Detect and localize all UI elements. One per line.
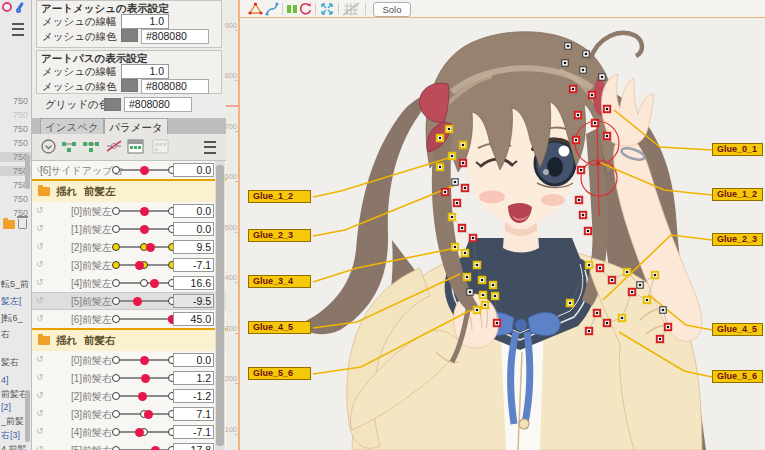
control-point[interactable] <box>490 282 496 288</box>
parameter-slider[interactable] <box>116 210 172 212</box>
model-canvas[interactable]: Glue_1_2Glue_2_3Glue_3_4Glue_4_5Glue_5_6… <box>240 18 765 450</box>
line-color-input[interactable]: #808080 <box>141 29 209 44</box>
glue-icon[interactable] <box>286 3 298 15</box>
control-point[interactable] <box>604 133 610 139</box>
parameter-value[interactable]: 1.2 <box>173 371 214 385</box>
control-point[interactable] <box>494 320 500 326</box>
parameter-value[interactable]: -9.5 <box>173 294 214 308</box>
control-point[interactable] <box>452 179 458 185</box>
control-point[interactable] <box>644 297 650 303</box>
control-point[interactable] <box>562 60 568 66</box>
control-point[interactable] <box>470 235 476 241</box>
glue-label[interactable]: Glue_2_3 <box>248 229 311 242</box>
control-point[interactable] <box>567 300 573 306</box>
glue-label[interactable]: Glue_4_5 <box>712 323 763 336</box>
key-tool-icon[interactable] <box>15 2 26 13</box>
control-point[interactable] <box>609 277 615 283</box>
parameter-row[interactable]: ↺[1]前髪左0.0 <box>32 220 226 238</box>
control-point[interactable] <box>583 51 589 57</box>
parameter-row[interactable]: ↺[0]前髪左0.0 <box>32 202 226 220</box>
parameter-value[interactable]: -1.2 <box>173 389 214 403</box>
parameter-row[interactable]: ↺[0]前髪右0.0 <box>32 351 226 369</box>
parameter-slider[interactable] <box>116 359 172 361</box>
control-point[interactable] <box>597 265 603 271</box>
control-point[interactable] <box>462 185 468 191</box>
control-point[interactable] <box>437 164 443 170</box>
tab-inspector[interactable]: インスペクタ <box>40 118 104 135</box>
parameter-slider[interactable] <box>116 300 172 302</box>
trash-icon[interactable] <box>18 219 27 229</box>
parameter-value[interactable]: 16.6 <box>173 276 214 290</box>
parameter-slider[interactable] <box>116 395 172 397</box>
deformer-row[interactable]: 750 <box>1 124 28 134</box>
parameter-value[interactable]: 0.0 <box>173 222 214 236</box>
control-point[interactable] <box>454 200 460 206</box>
parameter-value[interactable]: 7.1 <box>173 407 214 421</box>
deformer-row[interactable]: 750 <box>1 96 28 106</box>
deformer-row[interactable]: 髪右 <box>1 356 30 369</box>
control-point[interactable] <box>565 43 571 49</box>
keyform-panel-icon[interactable] <box>127 139 144 154</box>
control-point[interactable] <box>629 289 635 295</box>
slider-handle[interactable] <box>135 261 144 270</box>
deformer-row[interactable]: ]転6_ <box>1 312 30 325</box>
glue-label[interactable]: Glue_1_2 <box>248 190 311 203</box>
record-icon[interactable] <box>2 2 12 12</box>
control-point[interactable] <box>657 336 663 342</box>
parameter-row[interactable]: ↺[1]前髪右1.2 <box>32 369 226 387</box>
control-point[interactable] <box>449 153 455 159</box>
parameter-menu-icon[interactable] <box>204 141 216 154</box>
three-key-slider-icon[interactable] <box>82 139 100 154</box>
parameter-slider[interactable] <box>116 413 172 415</box>
line-width-input[interactable]: 1.0 <box>121 64 169 79</box>
deformer-row[interactable]: 髪左[ <box>1 295 30 308</box>
mesh-edit-icon[interactable] <box>248 2 263 16</box>
control-point[interactable] <box>482 302 488 308</box>
parameter-slider[interactable] <box>116 169 172 171</box>
slider-handle[interactable] <box>151 446 160 450</box>
control-point[interactable] <box>460 160 466 166</box>
parameter-row[interactable]: ↺[4]前髪左16.6 <box>32 274 226 292</box>
slider-handle[interactable] <box>140 356 149 365</box>
glue-label[interactable]: Glue_5_6 <box>248 367 311 380</box>
deformer-row[interactable]: 750 <box>1 194 28 204</box>
control-point[interactable] <box>619 315 625 321</box>
line-color-swatch[interactable] <box>121 29 138 42</box>
control-point[interactable] <box>452 244 458 250</box>
control-point[interactable] <box>459 225 465 231</box>
tab-parameter[interactable]: パラメータ <box>104 118 168 135</box>
control-point[interactable] <box>479 277 485 283</box>
control-point[interactable] <box>462 250 468 256</box>
parameter-row[interactable]: ↺[3]前髪右7.1 <box>32 405 226 423</box>
slider-handle[interactable] <box>141 374 150 383</box>
strip-scrollbar-upper[interactable] <box>25 155 30 189</box>
keyform-panel-disabled-icon[interactable] <box>152 139 169 154</box>
control-point[interactable] <box>474 307 480 313</box>
control-point[interactable] <box>637 282 643 288</box>
control-point[interactable] <box>576 197 582 203</box>
folder-icon[interactable] <box>3 220 15 229</box>
parameter-slider[interactable] <box>116 228 172 230</box>
control-point[interactable] <box>573 137 579 143</box>
slider-handle[interactable] <box>144 410 153 419</box>
control-point[interactable] <box>460 142 466 148</box>
slider-handle[interactable] <box>140 166 149 175</box>
control-point[interactable] <box>580 67 586 73</box>
glue-label[interactable]: Glue_1_2 <box>712 188 763 201</box>
parameter-slider[interactable] <box>116 318 172 320</box>
glue-label[interactable]: Glue_0_1 <box>712 143 763 156</box>
control-point[interactable] <box>585 228 591 234</box>
parameter-value[interactable]: 17.8 <box>173 443 214 450</box>
parameter-row[interactable]: ↺[2]前髪右-1.2 <box>32 387 226 405</box>
control-point[interactable] <box>586 262 592 268</box>
control-point[interactable] <box>575 112 581 118</box>
deformer-row[interactable]: 右 <box>1 328 30 341</box>
parameter-folder-header[interactable]: 揺れ前髪右 <box>32 328 226 351</box>
two-key-slider-icon[interactable] <box>60 139 78 154</box>
glue-label[interactable]: Glue_3_4 <box>248 275 311 288</box>
control-point[interactable] <box>446 126 452 132</box>
solo-button[interactable]: Solo <box>373 2 411 17</box>
control-point[interactable] <box>492 293 498 299</box>
parameter-row[interactable]: ↺[5]前髪左-9.5 <box>32 292 226 310</box>
control-point[interactable] <box>437 135 443 141</box>
